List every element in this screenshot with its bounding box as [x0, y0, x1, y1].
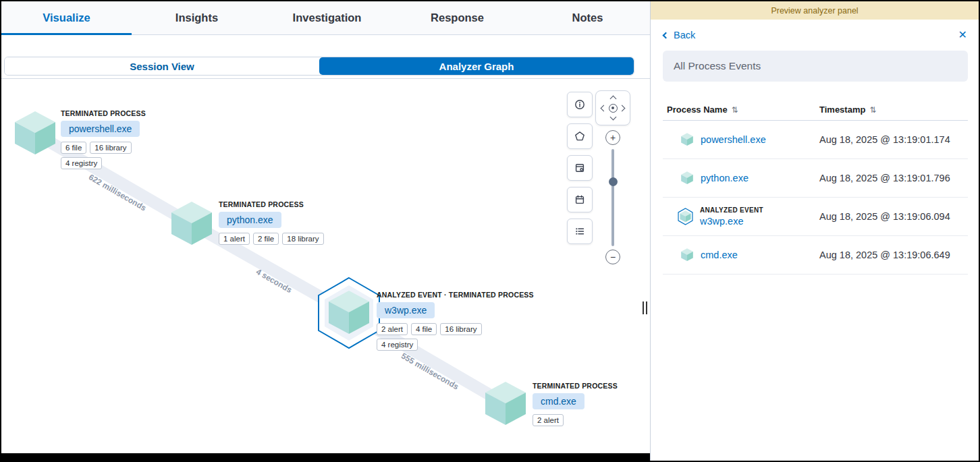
node-badges: 2 alert: [533, 414, 614, 426]
column-header-timestamp[interactable]: Timestamp⇅: [819, 105, 968, 115]
process-cube-icon: [680, 171, 694, 185]
node-label-python: TERMINATED PROCESS python.exe 1 alert 2 …: [219, 200, 367, 245]
tab-insights-label: Insights: [175, 11, 218, 24]
table-row[interactable]: ANALYZED EVENT w3wp.exe Aug 18, 2025 @ 1…: [663, 198, 968, 236]
process-node-cmd[interactable]: [485, 382, 526, 425]
pentagon-icon: [574, 131, 585, 142]
tab-visualize[interactable]: Visualize: [1, 1, 132, 34]
event-count-badge[interactable]: 1 alert: [219, 233, 250, 245]
sort-icon: ⇅: [732, 105, 738, 115]
timestamp-cell: Aug 18, 2025 @ 13:19:01.174: [819, 134, 968, 145]
process-link[interactable]: w3wp.exe: [700, 216, 743, 227]
pan-left-button[interactable]: [601, 105, 607, 111]
event-count-badge[interactable]: 2 file: [253, 233, 279, 245]
panel-resize-handle[interactable]: [643, 301, 647, 314]
tab-insights[interactable]: Insights: [132, 1, 262, 34]
node-type-label: ANALYZED EVENT · TERMINATED PROCESS: [377, 291, 566, 299]
app-window: Visualize Insights Investigation Respons…: [0, 0, 980, 462]
node-badges: 1 alert 2 file 18 library: [219, 233, 340, 245]
tab-notes[interactable]: Notes: [522, 1, 653, 34]
event-count-badge[interactable]: 4 file: [411, 323, 437, 335]
tab-visualize-label: Visualize: [43, 11, 90, 24]
column-label: Process Name: [667, 105, 728, 115]
process-cube-icon: [680, 132, 694, 147]
table-row[interactable]: cmd.exe Aug 18, 2025 @ 13:19:06.649: [663, 236, 968, 275]
event-count-badge[interactable]: 16 library: [90, 142, 131, 154]
zoom-slider-track[interactable]: [611, 149, 614, 246]
preview-banner: Preview analyzer panel: [651, 1, 979, 20]
process-link[interactable]: cmd.exe: [701, 250, 738, 260]
column-label: Timestamp: [819, 105, 865, 115]
event-count-badge[interactable]: 4 registry: [61, 157, 102, 169]
info-icon: [574, 99, 585, 110]
bottom-bar: [1, 453, 651, 461]
chevron-left-icon: [663, 32, 670, 38]
event-count-badge[interactable]: 6 file: [61, 142, 86, 154]
process-name-pill[interactable]: w3wp.exe: [377, 302, 435, 318]
table-header: Process Name⇅ Timestamp⇅: [663, 99, 968, 121]
event-count-badge[interactable]: 16 library: [440, 323, 481, 335]
pan-controls: [595, 90, 630, 125]
timestamp-cell: Aug 18, 2025 @ 13:19:06.094: [819, 211, 968, 222]
tab-investigation[interactable]: Investigation: [262, 1, 392, 34]
node-type-label: TERMINATED PROCESS: [61, 109, 196, 117]
process-link[interactable]: powershell.exe: [701, 134, 766, 145]
pan-right-button[interactable]: [619, 105, 626, 111]
node-label-cmd: TERMINATED PROCESS cmd.exe 2 alert: [533, 382, 641, 426]
node-events-button[interactable]: [567, 155, 593, 181]
process-name-pill[interactable]: powershell.exe: [61, 121, 140, 137]
tab-response[interactable]: Response: [392, 1, 522, 34]
table-row[interactable]: powershell.exe Aug 18, 2025 @ 13:19:01.1…: [663, 121, 968, 159]
process-name-cell: cmd.exe: [663, 248, 819, 262]
pan-up-button[interactable]: [609, 96, 616, 103]
event-count-badge[interactable]: 18 library: [282, 233, 323, 245]
event-count-badge[interactable]: 2 alert: [533, 414, 564, 426]
node-type-label: TERMINATED PROCESS: [533, 382, 641, 390]
process-events-table: Process Name⇅ Timestamp⇅ powershell.exe …: [663, 99, 968, 275]
zoom-slider-handle[interactable]: [609, 177, 618, 186]
back-label: Back: [674, 30, 695, 40]
schema-button[interactable]: [567, 123, 593, 149]
graph-toolbar: [567, 92, 593, 244]
timestamp-cell: Aug 18, 2025 @ 13:19:06.649: [819, 250, 968, 260]
pan-down-button[interactable]: [609, 114, 616, 121]
preview-analyzer-panel: Preview analyzer panel Back ✕ All Proces…: [650, 1, 979, 461]
main-area: Visualize Insights Investigation Respons…: [1, 1, 653, 461]
info-button[interactable]: [567, 92, 593, 117]
process-name-cell: ANALYZED EVENT w3wp.exe: [663, 206, 819, 227]
process-name-pill[interactable]: cmd.exe: [533, 393, 584, 409]
event-count-badge[interactable]: 2 alert: [377, 323, 408, 335]
date-picker-button[interactable]: [567, 187, 593, 212]
tab-response-label: Response: [431, 11, 484, 24]
node-badges: 2 alert 4 file 16 library 4 registry: [377, 323, 493, 351]
process-link[interactable]: python.exe: [701, 173, 748, 183]
active-tab-underline: [1, 33, 132, 35]
top-tabs: Visualize Insights Investigation Respons…: [1, 1, 653, 35]
timestamp-cell: Aug 18, 2025 @ 13:19:01.796: [819, 173, 968, 183]
table-row[interactable]: python.exe Aug 18, 2025 @ 13:19:01.796: [663, 159, 968, 198]
tab-notes-label: Notes: [572, 11, 603, 24]
back-button[interactable]: Back: [663, 30, 695, 40]
sort-icon: ⇅: [869, 105, 876, 115]
analyzer-graph-canvas[interactable]: 622 milliseconds 4 seconds 555 milliseco…: [1, 79, 653, 453]
legend-button[interactable]: [567, 219, 593, 244]
process-cube-icon: [680, 248, 694, 262]
zoom-in-button[interactable]: +: [605, 130, 620, 145]
process-name-cell: powershell.exe: [663, 132, 819, 147]
view-toggle: Session View Analyzer Graph: [4, 57, 634, 76]
zoom-out-button[interactable]: −: [605, 250, 620, 264]
node-badges: 6 file 16 library 4 registry: [61, 142, 150, 169]
event-count-badge[interactable]: 4 registry: [377, 339, 418, 351]
session-view-toggle[interactable]: Session View: [5, 57, 319, 75]
panel-gear-icon: [574, 163, 585, 173]
analyzed-event-tag: ANALYZED EVENT: [700, 206, 763, 214]
tab-investigation-label: Investigation: [293, 11, 362, 24]
center-camera-icon[interactable]: [609, 104, 618, 113]
panel-nav: Back ✕: [651, 26, 979, 50]
analyzer-graph-toggle[interactable]: Analyzer Graph: [319, 57, 634, 75]
process-name-pill[interactable]: python.exe: [219, 212, 281, 228]
panel-title: All Process Events: [663, 51, 968, 82]
node-type-label: TERMINATED PROCESS: [219, 200, 367, 208]
close-icon[interactable]: ✕: [958, 28, 967, 41]
column-header-process-name[interactable]: Process Name⇅: [663, 105, 819, 115]
